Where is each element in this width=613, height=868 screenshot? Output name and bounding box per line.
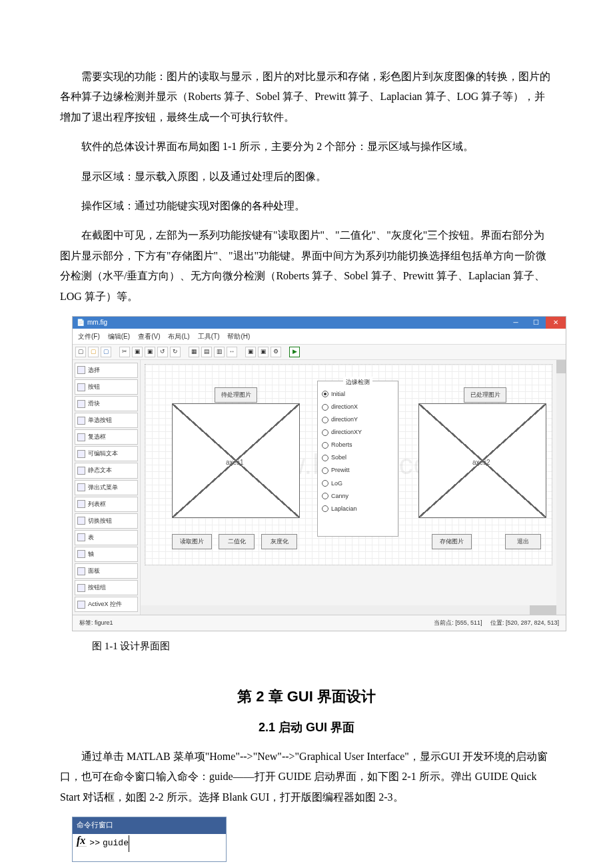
radio-laplacian[interactable]: Laplacian (318, 503, 398, 515)
toolbar-icon[interactable]: ▣ (145, 347, 155, 357)
command-window-title: 命令行窗口 (73, 817, 226, 834)
chapter-2-heading: 第 2 章 GUI 界面设计 (60, 683, 553, 711)
caption-1-1: 图 1-1 设计界面图 (72, 637, 553, 656)
paragraph-3: 显示区域：显示载入原图，以及通过处理后的图像。 (60, 167, 553, 187)
toolbar-icon[interactable]: ▢ (88, 347, 99, 357)
palette-panel[interactable]: 面板 (75, 563, 138, 579)
menu-layout[interactable]: 布局(L) (168, 330, 189, 343)
palette-static[interactable]: 静态文本 (75, 463, 138, 478)
toolbar-icon[interactable]: ▢ (101, 347, 111, 357)
toolbar: ▢ ▢ ▢ ✂ ▣ ▣ ↺ ↻ ▦ ▤ ▥ ↔ ▣ ▣ ⚙ ▶ (73, 345, 566, 360)
toolbar-icon[interactable]: ↔ (227, 347, 237, 357)
toolbar-icon[interactable]: ✂ (119, 347, 130, 357)
edge-panel: 边缘检测 Initial directionX directionY direc… (317, 381, 398, 537)
status-tag: 标签: figure1 (79, 617, 113, 629)
btn-read[interactable]: 读取图片 (172, 534, 212, 549)
guide-window: 📄 mm.fig ─ ☐ ✕ 文件(F) 编辑(E) 查看(V) 布局(L) 工… (72, 316, 566, 632)
btn-binarize[interactable]: 二值化 (219, 534, 255, 549)
palette-checkbox[interactable]: 复选框 (75, 429, 138, 445)
fx-icon: fx (75, 835, 87, 847)
palette-pushbutton[interactable]: 按钮 (75, 379, 138, 395)
toolbar-icon[interactable]: ▢ (75, 347, 86, 357)
toolbar-icon[interactable]: ⚙ (271, 347, 281, 357)
toolbar-icon[interactable]: ↺ (157, 347, 168, 357)
radio-log[interactable]: LoG (318, 477, 398, 490)
command-prompt: >> (89, 835, 100, 852)
palette-activex[interactable]: ActiveX 控件 (75, 597, 138, 612)
palette-slider[interactable]: 滑块 (75, 396, 138, 411)
paragraph-5: 在截图中可见，左部为一系列功能按键有"读取图片"、"二值化"、"灰度化"三个按钮… (60, 225, 553, 307)
command-input[interactable]: guide (103, 835, 129, 852)
layout-canvas[interactable]: www.bdocx.com 待处理图片 axes1 边缘检测 Initial d… (145, 364, 552, 565)
palette-toggle[interactable]: 切换按钮 (75, 513, 138, 529)
titlebar: 📄 mm.fig ─ ☐ ✕ (73, 317, 566, 329)
palette-table[interactable]: 表 (75, 530, 138, 545)
paragraph-2: 软件的总体设计界面布局如图 1-1 所示，主要分为 2 个部分：显示区域与操作区… (60, 137, 553, 157)
minimize-button[interactable]: ─ (506, 317, 526, 329)
panel-title: 边缘检测 (343, 377, 372, 388)
radio-canny[interactable]: Canny (318, 490, 398, 503)
menu-edit[interactable]: 编辑(E) (108, 330, 130, 343)
app-icon: 📄 (77, 316, 85, 329)
status-position: 位置: [520, 287, 824, 513] (490, 619, 559, 626)
radio-directionx[interactable]: directionX (318, 401, 398, 413)
run-icon[interactable]: ▶ (289, 347, 300, 357)
axes1[interactable]: axes1 (172, 403, 300, 518)
palette-axes[interactable]: 轴 (75, 547, 138, 562)
toolbar-icon[interactable]: ▣ (245, 347, 256, 357)
palette-select[interactable]: 选择 (75, 363, 138, 378)
label-pending: 待处理图片 (215, 387, 257, 403)
paragraph-1: 需要实现的功能：图片的读取与显示，图片的对比显示和存储，彩色图片到灰度图像的转换… (60, 67, 553, 127)
label-processed: 已处理图片 (464, 387, 506, 403)
btn-grayscale[interactable]: 灰度化 (261, 534, 297, 549)
toolbar-icon[interactable]: ▤ (201, 347, 212, 357)
command-window: 命令行窗口 fx >> guide (72, 817, 227, 862)
toolbar-icon[interactable]: ↻ (170, 347, 181, 357)
status-bar: 标签: figure1 当前点: [555, 511] 位置: [520, 28… (73, 615, 566, 631)
window-title: mm.fig (87, 316, 107, 329)
radio-directionxy[interactable]: directionXY (318, 426, 398, 439)
menu-view[interactable]: 查看(V) (138, 330, 160, 343)
radio-prewitt[interactable]: Prewitt (318, 464, 398, 477)
status-point: 当前点: [555, 511] (434, 619, 482, 626)
radio-initial[interactable]: Initial (318, 388, 398, 401)
palette-buttongroup[interactable]: 按钮组 (75, 580, 138, 595)
axes2[interactable]: axes2 (418, 403, 546, 518)
btn-exit[interactable]: 退出 (505, 534, 541, 549)
menu-tools[interactable]: 工具(T) (198, 330, 220, 343)
palette-popup[interactable]: 弹出式菜单 (75, 480, 138, 495)
palette-listbox[interactable]: 列表框 (75, 497, 138, 512)
btn-save[interactable]: 存储图片 (432, 534, 472, 549)
toolbar-icon[interactable]: ▣ (132, 347, 143, 357)
menu-file[interactable]: 文件(F) (78, 330, 100, 343)
paragraph-6: 通过单击 MATLAB 菜单项"Home"-->"New"-->"Graphic… (60, 747, 553, 807)
paragraph-4: 操作区域：通过功能键实现对图像的各种处理。 (60, 196, 553, 216)
menu-help[interactable]: 帮助(H) (227, 330, 250, 343)
radio-sobel[interactable]: Sobel (318, 451, 398, 464)
palette-edit[interactable]: 可编辑文本 (75, 446, 138, 461)
radio-roberts[interactable]: Roberts (318, 439, 398, 451)
palette-radio[interactable]: 单选按钮 (75, 413, 138, 428)
toolbar-icon[interactable]: ▦ (189, 347, 199, 357)
radio-directiony[interactable]: directionY (318, 413, 398, 426)
menubar: 文件(F) 编辑(E) 查看(V) 布局(L) 工具(T) 帮助(H) (73, 329, 566, 345)
toolbar-icon[interactable]: ▣ (258, 347, 269, 357)
component-palette: 选择 按钮 滑块 单选按钮 复选框 可编辑文本 静态文本 弹出式菜单 列表框 切… (73, 360, 141, 615)
toolbar-icon[interactable]: ▥ (214, 347, 225, 357)
section-2-1-heading: 2.1 启动 GUI 界面 (60, 716, 553, 739)
close-button[interactable]: ✕ (546, 317, 566, 329)
maximize-button[interactable]: ☐ (526, 317, 546, 329)
